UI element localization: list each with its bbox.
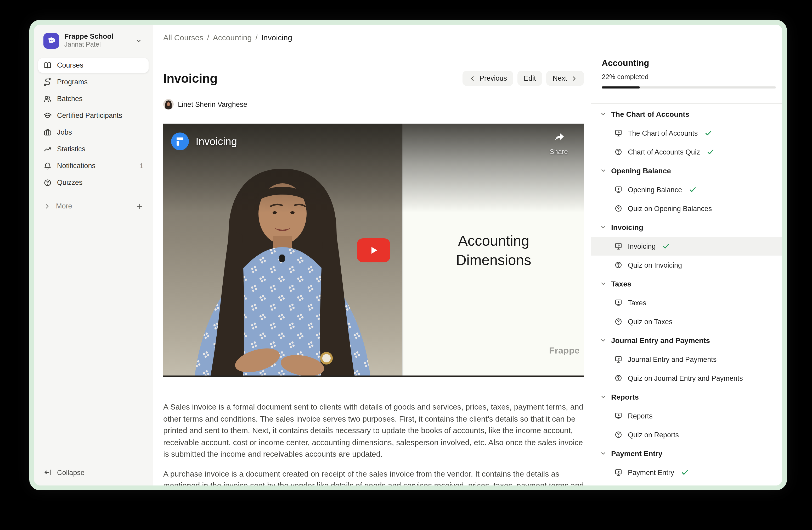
check-icon	[680, 468, 689, 477]
outline-item-lesson-active[interactable]: Invoicing	[591, 237, 782, 255]
frappe-channel-avatar[interactable]	[171, 132, 189, 150]
outline-item-quiz[interactable]: Quiz on Reports	[591, 425, 782, 444]
chevron-right-icon	[43, 203, 51, 210]
outline-item-label: Quiz on Opening Balances	[628, 205, 712, 212]
sidebar-item-programs[interactable]: Programs	[38, 75, 149, 89]
screen: Frappe School Jannat Patel Courses Progr…	[0, 0, 812, 530]
lesson-paragraph: A Sales invoice is a formal document sen…	[163, 401, 584, 460]
outline-item-quiz[interactable]: Quiz on Taxes	[591, 312, 782, 331]
workspace-switcher[interactable]: Frappe School Jannat Patel	[34, 25, 153, 49]
video-player[interactable]: Accounting Dimensions Frappe Invoic	[163, 124, 584, 377]
share-icon	[552, 131, 566, 144]
previous-button-label: Previous	[479, 74, 507, 82]
outline-item-lesson[interactable]: Journal Entry and Payments	[591, 350, 782, 369]
quiz-icon	[614, 204, 623, 213]
next-button[interactable]: Next	[546, 71, 584, 86]
sidebar-item-label: Notifications	[57, 162, 96, 170]
graduation-cap-logo-icon	[46, 36, 57, 46]
sidebar-item-statistics[interactable]: Statistics	[38, 142, 149, 156]
outline-section-journal-entry[interactable]: Journal Entry and Payments	[591, 331, 782, 350]
next-button-label: Next	[552, 74, 567, 82]
author-avatar	[163, 99, 174, 110]
outline-item-label: Payment Entry	[628, 469, 674, 476]
collapse-sidebar-icon	[43, 468, 52, 477]
outline-list: The Chart of Accounts The Chart of Accou…	[591, 104, 782, 482]
chevron-down-icon	[135, 37, 142, 44]
outline-item-lesson[interactable]: Reports	[591, 406, 782, 425]
slide-title-line1: Accounting	[403, 231, 584, 250]
outline-item-label: Taxes	[628, 299, 647, 307]
page-title: Invoicing	[163, 71, 217, 86]
sidebar-item-notifications[interactable]: Notifications 1	[38, 158, 149, 173]
share-button[interactable]: Share	[544, 131, 574, 155]
collapse-label: Collapse	[57, 469, 85, 476]
sidebar-item-quizzes[interactable]: Quizzes	[38, 175, 149, 190]
breadcrumb-accounting[interactable]: Accounting	[213, 33, 252, 42]
play-button[interactable]	[357, 238, 390, 262]
check-icon	[704, 129, 712, 137]
outline-section-opening-balance[interactable]: Opening Balance	[591, 161, 782, 180]
plus-icon[interactable]	[136, 203, 143, 210]
edit-button-label: Edit	[524, 74, 536, 82]
lesson-icon	[614, 185, 623, 194]
chevron-left-icon	[469, 75, 476, 82]
outline-section-taxes[interactable]: Taxes	[591, 275, 782, 293]
outline-item-lesson[interactable]: Opening Balance	[591, 180, 782, 199]
frappe-f-icon	[171, 132, 189, 150]
sidebar-item-more[interactable]: More	[38, 199, 149, 213]
bell-icon	[43, 162, 52, 170]
outline-item-label: Quiz on Invoicing	[628, 261, 682, 269]
route-icon	[43, 78, 52, 86]
outline-item-lesson[interactable]: The Chart of Accounts	[591, 124, 782, 142]
outline-item-quiz[interactable]: Chart of Accounts Quiz	[591, 142, 782, 161]
sidebar-item-certified-participants[interactable]: Certified Participants	[38, 108, 149, 123]
breadcrumb-separator: /	[255, 33, 257, 42]
outline-section-title: Taxes	[611, 280, 631, 288]
chevron-down-icon	[600, 394, 606, 400]
outline-item-label: Quiz on Journal Entry and Payments	[628, 374, 743, 382]
quiz-icon	[614, 374, 623, 382]
slide-title-line2: Dimensions	[403, 250, 584, 270]
outline-item-label: Journal Entry and Payments	[628, 355, 716, 363]
outline-item-label: Reports	[628, 412, 653, 420]
briefcase-icon	[43, 128, 52, 137]
sidebar-item-label: Quizzes	[57, 179, 83, 186]
outline-section-chart-of-accounts[interactable]: The Chart of Accounts	[591, 105, 782, 124]
sidebar-item-jobs[interactable]: Jobs	[38, 125, 149, 140]
outline-section-invoicing[interactable]: Invoicing	[591, 218, 782, 237]
breadcrumb-current: Invoicing	[261, 33, 292, 42]
outline-item-label: Chart of Accounts Quiz	[628, 148, 700, 156]
check-icon	[662, 242, 670, 250]
sidebar-item-courses[interactable]: Courses	[38, 58, 149, 72]
outline-section-payment-entry[interactable]: Payment Entry	[591, 444, 782, 463]
course-title: Accounting	[602, 58, 776, 68]
collapse-sidebar-button[interactable]: Collapse	[34, 468, 153, 486]
outline-item-quiz[interactable]: Quiz on Opening Balances	[591, 199, 782, 218]
outline-section-title: Invoicing	[611, 223, 643, 232]
lesson-icon	[614, 355, 623, 363]
trending-up-icon	[43, 145, 52, 153]
sidebar-item-label: Courses	[57, 61, 84, 69]
share-label: Share	[544, 148, 574, 155]
outline-item-lesson[interactable]: Payment Entry	[591, 463, 782, 482]
outline-item-lesson[interactable]: Taxes	[591, 293, 782, 312]
breadcrumb: All Courses / Accounting / Invoicing	[163, 33, 292, 42]
edit-button[interactable]: Edit	[518, 71, 542, 86]
outline-item-quiz[interactable]: Quiz on Journal Entry and Payments	[591, 369, 782, 388]
previous-button[interactable]: Previous	[463, 71, 513, 86]
chevron-down-icon	[600, 281, 606, 287]
quiz-icon	[614, 317, 623, 326]
quiz-icon	[614, 148, 623, 156]
sidebar-more-label: More	[56, 202, 72, 210]
outline-item-label: The Chart of Accounts	[628, 129, 698, 137]
outline-section-title: The Chart of Accounts	[611, 110, 689, 118]
lesson-icon	[614, 412, 623, 420]
top-bar: All Courses / Accounting / Invoicing	[153, 25, 782, 50]
author-row: Linet Sherin Varghese	[163, 99, 584, 110]
outline-section-reports[interactable]: Reports	[591, 388, 782, 406]
outline-item-quiz[interactable]: Quiz on Invoicing	[591, 255, 782, 275]
breadcrumb-all-courses[interactable]: All Courses	[163, 33, 203, 42]
chevron-down-icon	[600, 337, 606, 344]
sidebar-item-label: Batches	[57, 95, 83, 103]
sidebar-item-batches[interactable]: Batches	[38, 92, 149, 106]
